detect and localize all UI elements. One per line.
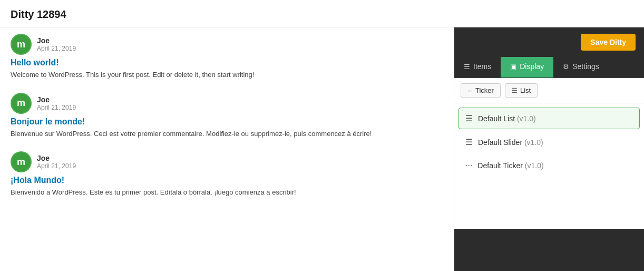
list-item[interactable]: ☰ Default Slider (v1.0) xyxy=(458,131,640,153)
display-item-name: Default Slider (v1.0) xyxy=(478,138,543,147)
post-excerpt: Bienvenue sur WordPress. Ceci est votre … xyxy=(11,129,443,139)
avatar: m xyxy=(11,93,32,114)
post-title: Hello world! xyxy=(11,58,443,67)
post-date: April 21, 2019 xyxy=(37,45,76,52)
gear-icon: ⚙ xyxy=(563,63,569,71)
author-name: Joe xyxy=(37,154,76,162)
author-info: Joe April 21, 2019 xyxy=(37,36,76,52)
post-excerpt: Bienvenido a WordPress. Este es tu prime… xyxy=(11,187,443,198)
right-panel: Save Ditty ☰ Items ▣ Display ⚙ Settings xyxy=(454,27,644,271)
content-panel: m Joe April 21, 2019 Hello world! Welcom… xyxy=(0,27,454,271)
list-item[interactable]: ☰ Default List (v1.0) xyxy=(458,108,640,129)
post-meta: m Joe April 21, 2019 xyxy=(11,93,443,114)
list-sub-icon: ☰ xyxy=(512,87,518,94)
list-item[interactable]: ··· Default Ticker (v1.0) xyxy=(458,155,640,176)
post-meta: m Joe April 21, 2019 xyxy=(11,151,443,172)
list-item-icon: ☰ xyxy=(465,137,473,147)
display-item-version: (v1.0) xyxy=(524,138,543,147)
page-header: Ditty 12894 xyxy=(0,0,644,27)
save-ditty-button[interactable]: Save Ditty xyxy=(581,34,636,51)
list-item: m Joe April 21, 2019 Hello world! Welcom… xyxy=(11,34,443,80)
tab-settings[interactable]: ⚙ Settings xyxy=(553,57,609,78)
post-title: Bonjour le monde! xyxy=(11,117,443,127)
tab-items[interactable]: ☰ Items xyxy=(454,57,501,78)
list-item: m Joe April 21, 2019 ¡Hola Mundo! Bienve… xyxy=(11,151,443,198)
post-date: April 21, 2019 xyxy=(37,104,76,111)
ticker-item-icon: ··· xyxy=(465,161,472,170)
post-meta: m Joe April 21, 2019 xyxy=(11,34,443,55)
author-name: Joe xyxy=(37,95,76,104)
list-item: m Joe April 21, 2019 Bonjour le monde! B… xyxy=(11,93,443,139)
tab-display[interactable]: ▣ Display xyxy=(501,57,553,78)
list-item-icon: ☰ xyxy=(465,113,473,123)
sub-tab-ticker-label: Ticker xyxy=(475,86,494,94)
display-item-name: Default Ticker (v1.0) xyxy=(477,161,543,170)
avatar-icon: m xyxy=(17,98,25,109)
main-layout: m Joe April 21, 2019 Hello world! Welcom… xyxy=(0,27,644,271)
sub-tab-list-label: List xyxy=(520,86,531,94)
author-name: Joe xyxy=(37,36,76,45)
tab-items-label: Items xyxy=(473,62,491,71)
avatar-icon: m xyxy=(17,39,25,50)
avatar: m xyxy=(11,151,32,172)
post-excerpt: Welcome to WordPress. This is your first… xyxy=(11,70,443,80)
post-title: ¡Hola Mundo! xyxy=(11,176,443,185)
sub-tab-ticker[interactable]: ··· Ticker xyxy=(461,83,501,98)
post-date: April 21, 2019 xyxy=(37,162,76,170)
display-list: ☰ Default List (v1.0) ☰ Default Slider (… xyxy=(454,103,644,229)
right-panel-footer xyxy=(454,229,644,271)
display-item-version: (v1.0) xyxy=(517,114,536,123)
tab-settings-label: Settings xyxy=(572,62,599,71)
author-info: Joe April 21, 2019 xyxy=(37,154,76,170)
avatar-icon: m xyxy=(17,157,25,168)
right-panel-header: Save Ditty xyxy=(454,27,644,57)
tab-bar: ☰ Items ▣ Display ⚙ Settings xyxy=(454,57,644,78)
display-item-name: Default List (v1.0) xyxy=(478,114,536,123)
ticker-icon: ··· xyxy=(467,87,473,94)
app-wrapper: Ditty 12894 m Joe April 21, 2019 xyxy=(0,0,644,271)
tab-display-label: Display xyxy=(520,62,544,71)
page-title: Ditty 12894 xyxy=(11,8,66,20)
author-info: Joe April 21, 2019 xyxy=(37,95,76,111)
display-icon: ▣ xyxy=(510,63,516,71)
display-item-version: (v1.0) xyxy=(525,161,544,170)
sub-tab-bar: ··· Ticker ☰ List xyxy=(454,78,644,103)
sub-tab-list[interactable]: ☰ List xyxy=(505,83,538,98)
avatar: m xyxy=(11,34,32,55)
list-icon: ☰ xyxy=(464,63,470,71)
